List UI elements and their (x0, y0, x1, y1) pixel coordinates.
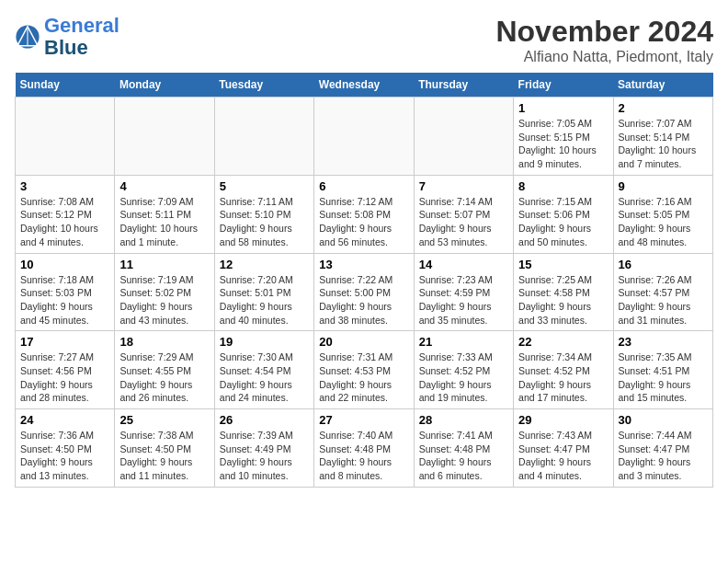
day-number: 22 (518, 335, 608, 349)
logo-icon (15, 24, 40, 50)
day-cell: 13Sunrise: 7:22 AM Sunset: 5:00 PM Dayli… (314, 253, 414, 331)
day-number: 23 (619, 335, 708, 349)
day-cell: 12Sunrise: 7:20 AM Sunset: 5:01 PM Dayli… (214, 253, 313, 331)
day-info: Sunrise: 7:39 AM Sunset: 4:49 PM Dayligh… (220, 429, 309, 483)
day-cell: 30Sunrise: 7:44 AM Sunset: 4:47 PM Dayli… (613, 409, 712, 488)
day-cell: 26Sunrise: 7:39 AM Sunset: 4:49 PM Dayli… (214, 409, 313, 488)
day-cell (414, 98, 513, 176)
weekday-monday: Monday (115, 73, 214, 98)
day-number: 20 (319, 335, 408, 349)
day-info: Sunrise: 7:22 AM Sunset: 5:00 PM Dayligh… (319, 273, 408, 327)
day-number: 12 (220, 258, 309, 271)
week-row-2: 3Sunrise: 7:08 AM Sunset: 5:12 PM Daylig… (16, 175, 713, 253)
day-info: Sunrise: 7:08 AM Sunset: 5:12 PM Dayligh… (20, 195, 109, 249)
day-info: Sunrise: 7:20 AM Sunset: 5:01 PM Dayligh… (220, 273, 309, 327)
day-cell (214, 98, 313, 176)
day-number: 15 (518, 258, 608, 271)
day-cell: 3Sunrise: 7:08 AM Sunset: 5:12 PM Daylig… (16, 175, 115, 253)
day-number: 14 (419, 258, 508, 271)
day-cell: 23Sunrise: 7:35 AM Sunset: 4:51 PM Dayli… (613, 331, 712, 409)
day-cell: 8Sunrise: 7:15 AM Sunset: 5:06 PM Daylig… (514, 175, 613, 253)
day-cell: 14Sunrise: 7:23 AM Sunset: 4:59 PM Dayli… (414, 253, 513, 331)
week-row-1: 1Sunrise: 7:05 AM Sunset: 5:15 PM Daylig… (16, 98, 713, 176)
weekday-sunday: Sunday (16, 73, 115, 98)
day-info: Sunrise: 7:29 AM Sunset: 4:55 PM Dayligh… (119, 350, 209, 405)
day-info: Sunrise: 7:11 AM Sunset: 5:10 PM Dayligh… (220, 195, 309, 249)
weekday-thursday: Thursday (414, 73, 513, 98)
day-info: Sunrise: 7:34 AM Sunset: 4:52 PM Dayligh… (518, 350, 608, 405)
day-info: Sunrise: 7:05 AM Sunset: 5:15 PM Dayligh… (518, 117, 608, 171)
day-number: 28 (419, 413, 508, 427)
day-number: 9 (619, 179, 708, 193)
day-info: Sunrise: 7:14 AM Sunset: 5:07 PM Dayligh… (419, 195, 508, 249)
day-cell: 17Sunrise: 7:27 AM Sunset: 4:56 PM Dayli… (16, 331, 115, 409)
day-cell: 6Sunrise: 7:12 AM Sunset: 5:08 PM Daylig… (314, 175, 414, 253)
day-cell: 2Sunrise: 7:07 AM Sunset: 5:14 PM Daylig… (613, 98, 712, 176)
day-info: Sunrise: 7:09 AM Sunset: 5:11 PM Dayligh… (119, 195, 209, 249)
day-cell: 29Sunrise: 7:43 AM Sunset: 4:47 PM Dayli… (514, 409, 613, 488)
day-info: Sunrise: 7:18 AM Sunset: 5:03 PM Dayligh… (20, 273, 109, 327)
day-number: 17 (20, 335, 109, 349)
day-cell: 9Sunrise: 7:16 AM Sunset: 5:05 PM Daylig… (613, 175, 712, 253)
day-info: Sunrise: 7:38 AM Sunset: 4:50 PM Dayligh… (119, 429, 209, 483)
week-row-3: 10Sunrise: 7:18 AM Sunset: 5:03 PM Dayli… (16, 253, 713, 331)
day-cell: 27Sunrise: 7:40 AM Sunset: 4:48 PM Dayli… (314, 409, 414, 488)
day-number: 4 (119, 179, 209, 193)
calendar-body: 1Sunrise: 7:05 AM Sunset: 5:15 PM Daylig… (16, 98, 713, 488)
logo-text: GeneralBlue (44, 15, 119, 59)
day-cell: 1Sunrise: 7:05 AM Sunset: 5:15 PM Daylig… (514, 98, 613, 176)
day-info: Sunrise: 7:07 AM Sunset: 5:14 PM Dayligh… (619, 117, 708, 171)
weekday-header: SundayMondayTuesdayWednesdayThursdayFrid… (16, 73, 713, 98)
weekday-friday: Friday (514, 73, 613, 98)
day-cell: 11Sunrise: 7:19 AM Sunset: 5:02 PM Dayli… (115, 253, 214, 331)
day-number: 8 (518, 179, 608, 193)
day-cell (115, 98, 214, 176)
day-info: Sunrise: 7:33 AM Sunset: 4:52 PM Dayligh… (419, 350, 508, 405)
day-info: Sunrise: 7:15 AM Sunset: 5:06 PM Dayligh… (518, 195, 608, 249)
day-cell: 10Sunrise: 7:18 AM Sunset: 5:03 PM Dayli… (16, 253, 115, 331)
day-number: 16 (619, 258, 708, 271)
month-title: November 2024 (495, 15, 713, 49)
day-number: 6 (319, 179, 408, 193)
day-number: 7 (419, 179, 508, 193)
day-number: 2 (619, 101, 708, 115)
day-info: Sunrise: 7:27 AM Sunset: 4:56 PM Dayligh… (20, 350, 109, 405)
day-number: 3 (20, 179, 109, 193)
day-info: Sunrise: 7:35 AM Sunset: 4:51 PM Dayligh… (619, 350, 708, 405)
day-number: 24 (20, 413, 109, 427)
day-cell: 25Sunrise: 7:38 AM Sunset: 4:50 PM Dayli… (115, 409, 214, 488)
day-cell: 24Sunrise: 7:36 AM Sunset: 4:50 PM Dayli… (16, 409, 115, 488)
day-number: 25 (119, 413, 209, 427)
day-info: Sunrise: 7:43 AM Sunset: 4:47 PM Dayligh… (518, 429, 608, 483)
day-cell: 21Sunrise: 7:33 AM Sunset: 4:52 PM Dayli… (414, 331, 513, 409)
day-info: Sunrise: 7:41 AM Sunset: 4:48 PM Dayligh… (419, 429, 508, 483)
day-cell: 4Sunrise: 7:09 AM Sunset: 5:11 PM Daylig… (115, 175, 214, 253)
day-cell: 20Sunrise: 7:31 AM Sunset: 4:53 PM Dayli… (314, 331, 414, 409)
day-number: 11 (119, 258, 209, 271)
day-number: 30 (619, 413, 708, 427)
calendar-table: SundayMondayTuesdayWednesdayThursdayFrid… (15, 73, 713, 488)
day-info: Sunrise: 7:26 AM Sunset: 4:57 PM Dayligh… (619, 273, 708, 327)
weekday-wednesday: Wednesday (314, 73, 414, 98)
logo: GeneralBlue (15, 15, 119, 59)
day-info: Sunrise: 7:16 AM Sunset: 5:05 PM Dayligh… (619, 195, 708, 249)
week-row-5: 24Sunrise: 7:36 AM Sunset: 4:50 PM Dayli… (16, 409, 713, 488)
day-cell: 15Sunrise: 7:25 AM Sunset: 4:58 PM Dayli… (514, 253, 613, 331)
day-cell: 5Sunrise: 7:11 AM Sunset: 5:10 PM Daylig… (214, 175, 313, 253)
weekday-tuesday: Tuesday (214, 73, 313, 98)
day-cell: 16Sunrise: 7:26 AM Sunset: 4:57 PM Dayli… (613, 253, 712, 331)
day-info: Sunrise: 7:19 AM Sunset: 5:02 PM Dayligh… (119, 273, 209, 327)
day-number: 13 (319, 258, 408, 271)
week-row-4: 17Sunrise: 7:27 AM Sunset: 4:56 PM Dayli… (16, 331, 713, 409)
day-cell (314, 98, 414, 176)
day-cell: 18Sunrise: 7:29 AM Sunset: 4:55 PM Dayli… (115, 331, 214, 409)
day-number: 29 (518, 413, 608, 427)
day-info: Sunrise: 7:25 AM Sunset: 4:58 PM Dayligh… (518, 273, 608, 327)
day-number: 5 (220, 179, 309, 193)
day-info: Sunrise: 7:44 AM Sunset: 4:47 PM Dayligh… (619, 429, 708, 483)
day-info: Sunrise: 7:36 AM Sunset: 4:50 PM Dayligh… (20, 429, 109, 483)
day-cell: 22Sunrise: 7:34 AM Sunset: 4:52 PM Dayli… (514, 331, 613, 409)
day-number: 1 (518, 101, 608, 115)
day-info: Sunrise: 7:30 AM Sunset: 4:54 PM Dayligh… (220, 350, 309, 405)
day-number: 27 (319, 413, 408, 427)
